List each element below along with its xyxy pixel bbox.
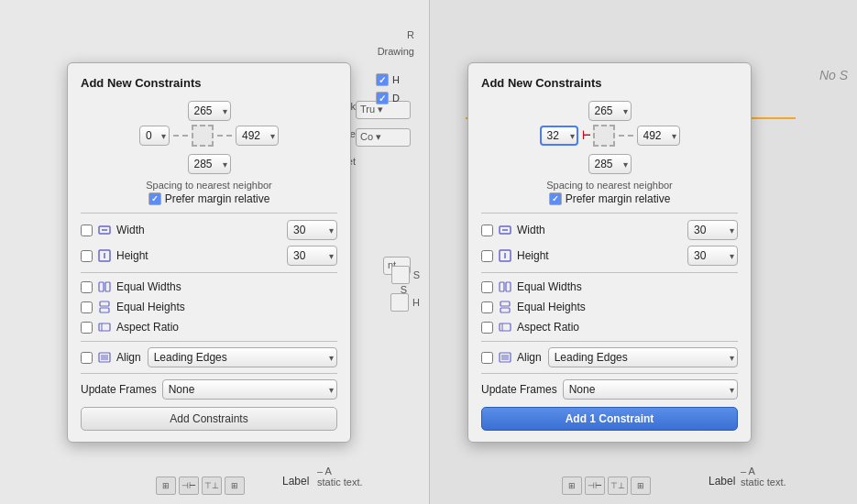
svg-rect-8	[99, 323, 110, 331]
left-sep2	[81, 272, 337, 273]
left-aspect-ratio-icon	[97, 320, 112, 334]
right-width-checkbox[interactable]	[481, 225, 493, 236]
right-prefer-checkbox[interactable]: ✓	[549, 192, 562, 205]
right-spacing-left-container: 32 ⊢	[540, 126, 578, 146]
right-equal-heights-checkbox[interactable]	[481, 301, 493, 313]
right-sep1	[481, 213, 738, 214]
left-spacing-top-select[interactable]: 265	[188, 101, 231, 121]
right-equal-widths-label: Equal Widths	[517, 280, 738, 293]
left-sep3	[81, 341, 337, 342]
right-width-label: Width	[517, 224, 683, 236]
right-equal-heights-label: Equal Heights	[517, 301, 738, 313]
left-width-icon	[97, 223, 112, 237]
svg-rect-4	[99, 282, 104, 291]
right-equal-widths-row: Equal Widths	[481, 279, 738, 295]
right-spacing-right-select[interactable]: 492	[637, 126, 680, 146]
left-update-frames-select[interactable]: None	[162, 379, 337, 400]
right-height-label: Height	[517, 249, 683, 262]
left-align-value-wrapper[interactable]: Leading Edges	[148, 347, 337, 367]
left-spacing-left-select[interactable]: 0	[139, 126, 170, 146]
right-equal-heights-row: Equal Heights	[481, 299, 738, 315]
left-prefer-label: Prefer margin relative	[165, 192, 270, 205]
left-update-frames-wrapper[interactable]: None	[162, 379, 337, 400]
bg-nt-row: S	[391, 266, 420, 284]
left-align-text: Align	[116, 351, 141, 364]
left-spacing-left-wrapper[interactable]: 0	[139, 126, 170, 146]
left-width-value-select[interactable]: 30	[287, 220, 337, 240]
right-align-value-wrapper[interactable]: Leading Edges	[548, 347, 738, 367]
left-add-constraints-button[interactable]: Add Constraints	[81, 407, 337, 431]
right-width-value-select[interactable]: 30	[687, 220, 738, 240]
right-equal-heights-icon	[498, 300, 512, 314]
left-height-icon	[97, 248, 112, 263]
left-spacing-top-wrapper[interactable]: 265	[188, 101, 231, 121]
left-align-checkbox[interactable]	[81, 352, 93, 364]
right-equal-widths-icon	[498, 279, 512, 294]
left-equal-widths-checkbox[interactable]	[81, 281, 93, 293]
right-spacing-top-select[interactable]: 265	[588, 101, 632, 121]
right-width-value-wrapper[interactable]: 30	[687, 220, 738, 240]
left-spacing-bottom-select[interactable]: 285	[188, 154, 231, 174]
right-spacing-bottom-wrapper[interactable]: 285	[588, 154, 632, 174]
left-equal-heights-label: Equal Heights	[116, 301, 337, 313]
right-height-value-wrapper[interactable]: 30	[687, 246, 738, 266]
left-width-row: Width 30	[81, 219, 337, 241]
left-width-label: Width	[116, 224, 282, 236]
svg-rect-18	[500, 282, 504, 291]
left-height-value-select[interactable]: 30	[287, 246, 337, 266]
left-height-label: Height	[116, 249, 282, 262]
right-align-checkbox[interactable]	[481, 352, 493, 364]
left-prefer-checkbox[interactable]: ✓	[148, 192, 161, 205]
right-update-frames-label: Update Frames	[481, 383, 557, 396]
left-width-value-wrapper[interactable]: 30	[287, 220, 337, 240]
left-equal-heights-checkbox[interactable]	[81, 301, 93, 313]
left-dash-line-l	[173, 135, 188, 137]
bg-label-right-sub: – Astatic text.	[741, 466, 786, 488]
right-spacing-right-wrapper[interactable]: 492	[637, 126, 680, 146]
right-align-value-select[interactable]: Leading Edges	[548, 347, 738, 367]
svg-rect-22	[500, 323, 511, 331]
left-update-frames-label: Update Frames	[81, 383, 157, 396]
left-align-value-select[interactable]: Leading Edges	[148, 347, 337, 367]
left-height-value-wrapper[interactable]: 30	[287, 246, 337, 266]
right-align-icon	[498, 350, 512, 365]
right-spacing-section: 265 32 ⊢ 4	[481, 101, 738, 174]
right-height-checkbox[interactable]	[481, 250, 493, 262]
right-spacing-left-select[interactable]: 32	[540, 126, 578, 146]
right-spacing-top-wrapper[interactable]: 265	[588, 101, 632, 121]
right-equal-widths-checkbox[interactable]	[481, 281, 493, 293]
left-spacing-bottom-wrapper[interactable]: 285	[188, 154, 231, 174]
right-align-row: Align Leading Edges	[481, 347, 738, 367]
right-aspect-ratio-row: Aspect Ratio	[481, 319, 738, 335]
left-equal-widths-icon	[97, 279, 112, 294]
right-spacing-left-wrapper[interactable]: 32	[540, 126, 578, 146]
right-update-frames-select[interactable]: None	[563, 379, 738, 400]
left-aspect-ratio-row: Aspect Ratio	[81, 319, 337, 335]
bg-cb-d: ✓ D	[376, 92, 400, 104]
right-spacing-bottom-select[interactable]: 285	[588, 154, 632, 174]
svg-rect-7	[100, 308, 109, 312]
svg-rect-19	[506, 282, 511, 291]
svg-rect-6	[100, 301, 109, 306]
right-height-value-select[interactable]: 30	[687, 246, 738, 266]
right-add-constraint-button[interactable]: Add 1 Constraint	[481, 407, 738, 431]
right-spacing-middle-row: 32 ⊢ 492	[540, 125, 680, 147]
bg-h-row2: H	[390, 293, 420, 312]
left-spacing-right-select[interactable]: 492	[236, 126, 279, 146]
right-constraint-panel: Add New Constraints 265 32 ⊢	[467, 62, 752, 443]
right-width-row: Width 30	[481, 219, 738, 241]
left-sep4	[81, 373, 337, 374]
left-spacing-right-wrapper[interactable]: 492	[236, 126, 279, 146]
bottom-toolbar-left: ⊞ ⊣⊢ ⊤⊥ ⊞	[156, 477, 245, 495]
left-width-checkbox[interactable]	[81, 225, 93, 236]
left-height-checkbox[interactable]	[81, 250, 93, 262]
bg-r-label: R	[407, 29, 414, 40]
right-update-frames-row: Update Frames None	[481, 379, 738, 400]
left-height-row: Height 30	[81, 245, 337, 267]
right-update-frames-wrapper[interactable]: None	[563, 379, 738, 400]
right-aspect-ratio-checkbox[interactable]	[481, 322, 493, 334]
bg-drawing-label: Drawing	[378, 46, 414, 57]
left-aspect-ratio-checkbox[interactable]	[81, 322, 93, 334]
left-sep1	[81, 213, 337, 214]
left-prefer-row: ✓ Prefer margin relative	[81, 192, 337, 205]
